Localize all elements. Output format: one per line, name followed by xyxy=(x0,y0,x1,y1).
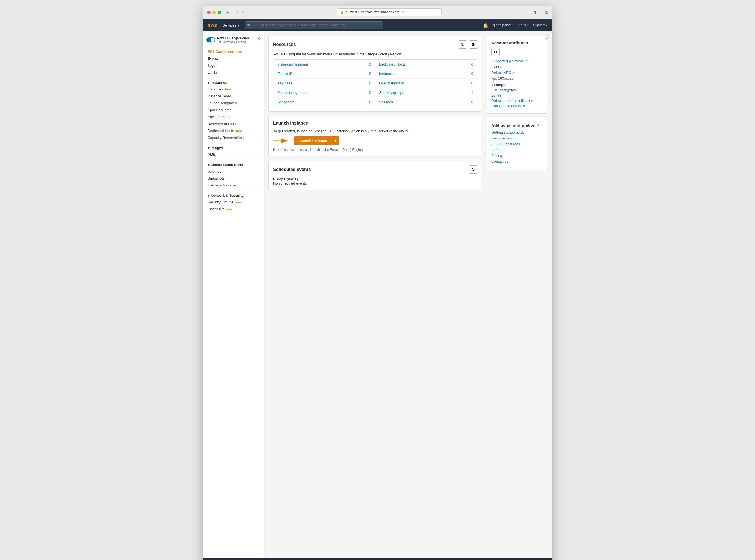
sidebar-item-events[interactable]: Events xyxy=(203,55,264,62)
resource-item-load-balancers: Load balancers 0 xyxy=(375,79,477,88)
sidebar-toggle-button[interactable]: ⊞ xyxy=(224,9,231,16)
sidebar-group-images[interactable]: ▾ Images xyxy=(203,144,264,151)
content-main: Resources ↻ ⚙ You are using the followin… xyxy=(269,36,482,554)
sidebar-group-instances[interactable]: ▾ Instances xyxy=(203,78,264,86)
resources-title: Resources xyxy=(273,42,296,47)
username-label: glenn.jocher xyxy=(493,23,511,27)
sidebar-item-spot-requests[interactable]: Spot Requests xyxy=(203,106,264,114)
tell-us-link[interactable]: Tell us what you think xyxy=(217,40,250,43)
user-menu-button[interactable]: glenn.jocher ▾ xyxy=(493,23,514,27)
resource-link-dedicated-hosts[interactable]: Dedicated Hosts xyxy=(379,62,405,66)
vpc-id: vpc-163acc7e xyxy=(491,76,543,81)
launch-card-header: Launch instance xyxy=(273,121,477,126)
close-traffic-light[interactable] xyxy=(207,11,211,14)
sidebar-item-savings-plans[interactable]: Savings Plans xyxy=(203,114,264,120)
resources-card-actions: ↻ ⚙ xyxy=(459,40,477,49)
launch-instance-dropdown-button[interactable]: ▾ xyxy=(332,136,339,145)
dedicated-hosts-badge: New xyxy=(236,129,242,133)
services-chevron-icon: ▾ xyxy=(237,23,239,27)
sidebar-item-reserved-instances[interactable]: Reserved Instances xyxy=(203,120,264,127)
url-input[interactable]: 🔒 eu-west-3.console.aws.amazon.com ↻ xyxy=(337,8,442,16)
share-button[interactable]: ⬆ xyxy=(533,10,537,15)
new-ec2-close-button[interactable]: ✕ xyxy=(257,36,260,41)
launch-description: To get started, launch an Amazon EC2 ins… xyxy=(273,129,477,133)
minimize-traffic-light[interactable] xyxy=(212,11,216,14)
supported-platforms-link[interactable]: Supported platforms ↗ xyxy=(491,59,543,63)
sidebar-item-volumes[interactable]: Volumes xyxy=(203,168,264,175)
sidebar-item-instances[interactable]: Instances New xyxy=(203,86,264,93)
documentation-link[interactable]: Documentation xyxy=(491,136,543,140)
fullscreen-traffic-light[interactable] xyxy=(218,11,221,14)
resources-settings-button[interactable]: ⚙ xyxy=(469,40,477,49)
new-ec2-info: New EC2 Experience Tell us what you thin… xyxy=(217,36,250,43)
resource-link-placement-groups[interactable]: Placement groups xyxy=(277,91,306,95)
sidebar-item-ec2-dashboard[interactable]: EC2 Dashboard New xyxy=(203,48,264,55)
sidebar-item-instance-types[interactable]: Instance Types xyxy=(203,93,264,100)
sidebar-item-dedicated-hosts[interactable]: Dedicated Hosts New xyxy=(203,127,264,134)
back-button[interactable]: ‹ xyxy=(235,9,239,15)
pricing-link[interactable]: Pricing xyxy=(491,154,543,158)
default-vpc-text: Default VPC xyxy=(491,71,511,75)
main-layout: New EC2 Experience Tell us what you thin… xyxy=(203,31,552,558)
resources-card: Resources ↻ ⚙ You are using the followin… xyxy=(269,36,482,112)
resource-link-volumes[interactable]: Volumes xyxy=(379,100,393,104)
getting-started-link[interactable]: Getting started guide xyxy=(491,130,543,135)
contact-us-link[interactable]: Contact us xyxy=(491,159,543,163)
new-ec2-banner: New EC2 Experience Tell us what you thin… xyxy=(203,34,264,46)
all-ec2-resources-link[interactable]: All EC2 resources xyxy=(491,142,543,146)
security-groups-badge: New xyxy=(236,201,241,204)
browser-actions: ⬆ + ⧉ xyxy=(533,10,548,15)
resource-link-elastic-ips[interactable]: Elastic IPs xyxy=(277,72,294,76)
instances-badge: New xyxy=(225,88,231,91)
resource-count-key-pairs: 0 xyxy=(369,81,371,85)
sidebar-item-capacity-reservations[interactable]: Capacity Reservations xyxy=(203,134,264,141)
sidebar-group-network[interactable]: ▾ Network & Security xyxy=(203,191,264,199)
notification-bell-icon[interactable]: 🔔 xyxy=(483,23,489,28)
network-group-arrow: ▾ xyxy=(207,194,210,198)
resource-item-snapshots: Snapshots 0 xyxy=(274,97,375,106)
sidebar-item-launch-templates[interactable]: Launch Templates xyxy=(203,100,264,106)
search-input[interactable] xyxy=(245,21,383,29)
resources-refresh-button[interactable]: ↻ xyxy=(459,40,467,49)
ebs-encryption-link[interactable]: EBS encryption xyxy=(491,88,543,92)
sidebar-item-elastic-ips[interactable]: Elastic IPs New xyxy=(203,205,264,213)
tabs-button[interactable]: ⧉ xyxy=(545,10,548,15)
resource-link-snapshots[interactable]: Snapshots xyxy=(277,100,294,104)
sidebar-item-snapshots[interactable]: Snapshots xyxy=(203,175,264,182)
sidebar-item-security-groups[interactable]: Security Groups New xyxy=(203,199,264,205)
region-button[interactable]: Paris ▾ xyxy=(518,23,529,27)
sidebar-item-amis[interactable]: AMIs xyxy=(203,151,264,158)
forums-link[interactable]: Forums xyxy=(491,148,543,152)
services-button[interactable]: Services ▾ xyxy=(222,23,239,27)
aws-logo: aws xyxy=(207,22,217,28)
default-credit-link[interactable]: Default credit specification xyxy=(491,99,543,103)
lock-icon: 🔒 xyxy=(340,11,344,14)
sidebar-item-lifecycle-manager[interactable]: Lifecycle Manager xyxy=(203,182,264,189)
resource-link-instances[interactable]: Instances xyxy=(379,72,395,76)
default-vpc-ext-icon: ↗ xyxy=(512,71,515,75)
resource-link-instances-running[interactable]: Instances (running) xyxy=(277,62,308,66)
launch-instance-button[interactable]: Launch instance xyxy=(294,136,332,145)
default-vpc-link[interactable]: Default VPC ↗ xyxy=(491,71,543,75)
new-tab-button[interactable]: + xyxy=(540,10,542,15)
resource-link-load-balancers[interactable]: Load balancers xyxy=(379,81,404,85)
scheduled-events-refresh-button[interactable]: ↻ xyxy=(469,165,477,174)
new-ec2-toggle-switch[interactable] xyxy=(206,37,215,42)
resource-link-key-pairs[interactable]: Key pairs xyxy=(277,81,292,85)
network-group-label: Network & Security xyxy=(211,194,243,198)
security-groups-label: Security Groups xyxy=(207,200,233,204)
console-experiments-link[interactable]: Console experiments xyxy=(491,104,543,108)
account-attributes-refresh-button[interactable]: ↻ xyxy=(491,48,500,56)
support-button[interactable]: Support ▾ xyxy=(533,23,548,27)
resource-link-security-groups[interactable]: Security groups xyxy=(379,91,404,95)
sidebar-item-limits[interactable]: Limits xyxy=(203,69,264,76)
forward-button[interactable]: › xyxy=(241,9,245,15)
sidebar-divider-4 xyxy=(203,159,264,159)
resource-count-snapshots: 0 xyxy=(369,100,371,104)
sidebar-item-tags[interactable]: Tags xyxy=(203,62,264,69)
content-wrapper: ⓘ Resources ↻ ⚙ You are using the follow… xyxy=(264,31,552,558)
sidebar-group-ebs[interactable]: ▾ Elastic Block Store xyxy=(203,160,264,168)
info-icon-button[interactable]: ⓘ xyxy=(545,34,549,40)
refresh-button[interactable]: ↻ xyxy=(401,10,404,14)
zones-link[interactable]: Zones xyxy=(491,93,543,97)
